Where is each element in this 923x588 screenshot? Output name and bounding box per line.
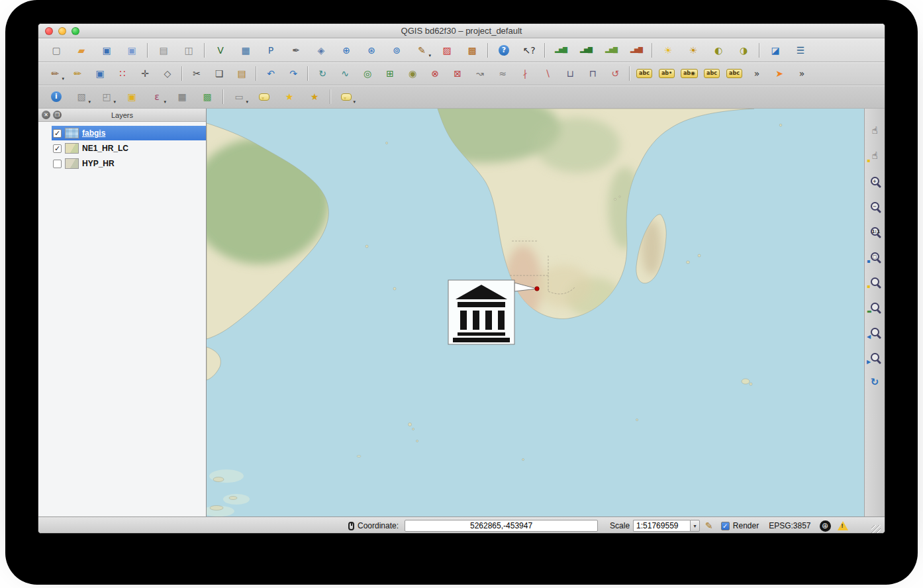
label-show-hide-button[interactable]: ab◉ — [681, 65, 698, 82]
coordinate-input[interactable] — [405, 520, 598, 532]
map-tool-button[interactable]: ◪ — [767, 42, 784, 59]
toggle-editing-button[interactable]: ✏ — [69, 65, 86, 82]
text-annotation-button[interactable]: ▾ — [338, 88, 355, 105]
simplify-feature-button[interactable]: ∿ — [336, 65, 354, 82]
toolbar-overflow-button[interactable]: » — [748, 65, 765, 82]
zoom-full-extent-button[interactable]: □▪ — [866, 248, 883, 265]
map-tips-button[interactable] — [256, 88, 273, 105]
add-wfs-layer-button[interactable]: ⊚ — [388, 42, 405, 59]
help-contents-button[interactable]: ? — [495, 42, 512, 59]
add-delimited-text-layer-button[interactable]: ▩ — [463, 42, 481, 59]
new-print-composer-button[interactable]: ▤ — [155, 42, 172, 59]
zoom-to-selection-button[interactable]: ▪ — [866, 273, 883, 290]
identify-features-button[interactable]: i — [48, 88, 65, 105]
zoom-button[interactable] — [72, 27, 79, 35]
scale-input[interactable] — [633, 520, 690, 532]
show-bookmarks-button[interactable]: ★ — [306, 88, 323, 105]
rotate-point-symbols-button[interactable]: ↺ — [607, 65, 624, 82]
add-ring-button[interactable]: ◎ — [359, 65, 376, 82]
log-messages-button[interactable]: ! — [838, 521, 848, 530]
zoom-to-layer-button[interactable]: ▬ — [866, 298, 883, 315]
undo-button[interactable]: ↶ — [262, 65, 279, 82]
merge-features-button[interactable]: ⊔ — [561, 65, 579, 82]
save-project-as-button[interactable]: ▣ — [123, 42, 140, 59]
layer-item-HYP_HR[interactable]: HYP_HR — [38, 156, 206, 171]
open-attribute-table-button[interactable]: ▦ — [173, 88, 191, 105]
open-project-button[interactable]: ▰ — [73, 42, 90, 59]
crs-status-button[interactable]: ⊕ — [820, 520, 831, 532]
decrease-brightness-button[interactable]: ☀ — [685, 42, 702, 59]
minimize-button[interactable] — [58, 27, 66, 35]
zoom-actual-size-button[interactable]: 1:1 — [866, 222, 883, 240]
move-feature-button[interactable]: ✛ — [136, 65, 154, 82]
add-raster-layer-button[interactable]: ▦ — [237, 42, 254, 59]
new-layer-button[interactable]: ✎▾ — [413, 42, 430, 59]
decrease-contrast-button[interactable]: ◑ — [735, 42, 752, 59]
delete-part-button[interactable]: ⊠ — [449, 65, 466, 82]
measure-button[interactable]: ▭▾ — [230, 88, 248, 105]
increase-brightness-button[interactable]: ☀ — [659, 42, 677, 59]
field-calculator-button[interactable]: ▩ — [199, 88, 216, 105]
add-part-button[interactable]: ⊞ — [381, 65, 399, 82]
add-postgis-layer-button[interactable]: P — [262, 42, 279, 59]
scale-combobox[interactable]: ▾ — [633, 520, 700, 532]
label-properties-button[interactable]: abc — [636, 65, 653, 82]
layer-checkbox[interactable]: ✓ — [53, 144, 62, 153]
node-tool-button[interactable]: ◇ — [159, 65, 176, 82]
layer-item-fabgis[interactable]: ✓fabgis — [52, 126, 206, 140]
whats-this-button[interactable]: ↖? — [520, 42, 538, 59]
resize-grip[interactable] — [871, 525, 881, 534]
layer-checkbox[interactable]: ✓ — [53, 129, 62, 138]
add-wcs-layer-button[interactable]: ⊛ — [363, 42, 380, 59]
pan-to-selection-button[interactable]: ☝▪ — [866, 147, 883, 164]
refresh-map-button[interactable]: ↻ — [866, 373, 883, 391]
split-features-button[interactable]: ∤ — [516, 65, 534, 82]
new-bookmark-button[interactable]: ★ — [281, 88, 298, 105]
cut-features-button[interactable]: ✂ — [188, 65, 205, 82]
fill-ring-button[interactable]: ◉ — [404, 65, 421, 82]
add-vector-layer-button[interactable]: V — [212, 42, 229, 59]
rotate-feature-button[interactable]: ↻ — [314, 65, 331, 82]
label-pin-unpin-button[interactable]: ab• — [658, 65, 675, 82]
raster-full-histogram-stretch-button[interactable]: ▂▅▇ — [577, 42, 595, 59]
reshape-features-button[interactable]: ↝ — [471, 65, 489, 82]
zoom-out-button[interactable]: − — [866, 197, 883, 215]
remove-layer-button[interactable]: ▨ — [438, 42, 456, 59]
raster-full-cumulative-stretch-button[interactable]: ▂▅▇ — [628, 42, 645, 59]
coordinate-capture-icon[interactable] — [348, 522, 354, 530]
plugin-tool-button[interactable]: ➤ — [771, 65, 788, 82]
label-move-button[interactable]: abc — [703, 65, 720, 82]
zoom-last-button[interactable]: ◀ — [866, 323, 883, 340]
close-panel-icon[interactable]: ✕ — [42, 111, 50, 119]
layer-item-NE1_HR_LC[interactable]: ✓NE1_HR_LC — [38, 141, 206, 156]
add-mssql-layer-button[interactable]: ◈ — [313, 42, 330, 59]
close-button[interactable] — [45, 27, 53, 35]
deselect-all-button[interactable]: ▣ — [123, 88, 140, 105]
toolbar-overflow-2-button[interactable]: » — [793, 65, 810, 82]
add-feature-button[interactable]: ∷ — [114, 65, 131, 82]
copy-features-button[interactable]: ❏ — [211, 65, 228, 82]
scale-dropdown-arrow-icon[interactable]: ▾ — [690, 520, 700, 532]
new-project-button[interactable]: ▢ — [48, 42, 65, 59]
label-rotate-button[interactable]: abc — [726, 65, 743, 82]
map-canvas[interactable] — [207, 109, 864, 516]
db-manager-button[interactable]: ☰ — [792, 42, 809, 59]
zoom-next-button[interactable]: ▶ — [866, 348, 883, 366]
add-spatialite-layer-button[interactable]: ✒ — [287, 42, 305, 59]
save-project-button[interactable]: ▣ — [98, 42, 115, 59]
composer-manager-button[interactable]: ◫ — [180, 42, 197, 59]
current-edits-button[interactable]: ✏▾ — [46, 65, 64, 82]
increase-contrast-button[interactable]: ◐ — [710, 42, 727, 59]
delete-ring-button[interactable]: ⊗ — [426, 65, 444, 82]
render-checkbox[interactable]: ✓ — [721, 522, 730, 530]
merge-attributes-button[interactable]: ⊓ — [584, 65, 601, 82]
select-features-button[interactable]: ▧▾ — [73, 88, 90, 105]
select-by-expression-button[interactable]: ε▾ — [148, 88, 166, 105]
save-layer-edits-button[interactable]: ▣ — [91, 65, 109, 82]
raster-local-cumulative-stretch-button[interactable]: ▂▅▇ — [603, 42, 620, 59]
paste-features-button[interactable]: ▤ — [233, 65, 250, 82]
scale-magnifier-icon[interactable]: ✎ — [705, 520, 713, 531]
title-bar[interactable]: QGIS bd62f30 – project_default — [38, 24, 885, 38]
zoom-in-button[interactable]: + — [866, 172, 883, 189]
float-panel-icon[interactable]: ❒ — [53, 111, 62, 119]
